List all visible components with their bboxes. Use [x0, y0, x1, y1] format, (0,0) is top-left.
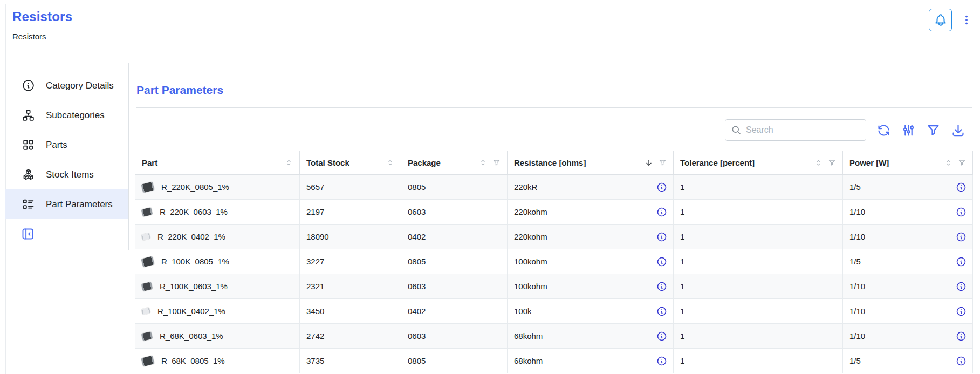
info-icon[interactable]	[956, 232, 967, 242]
part-thumbnail	[141, 181, 154, 193]
info-icon[interactable]	[956, 182, 967, 193]
info-icon[interactable]	[956, 281, 967, 292]
info-icon[interactable]	[956, 331, 967, 342]
info-icon[interactable]	[656, 356, 667, 366]
table-row[interactable]: R_220K_0402_1%180900402220kohm11/10	[135, 225, 973, 249]
resistance-cell-value: 220kohm	[514, 207, 547, 216]
part-name: R_220K_0402_1%	[157, 232, 225, 241]
info-icon[interactable]	[656, 232, 667, 242]
sidebar-item-category-details[interactable]: Category Details	[5, 71, 128, 100]
tolerance-cell-value: 1	[680, 282, 684, 291]
bell-icon	[934, 13, 948, 27]
sidebar-item-label: Stock Items	[46, 169, 94, 180]
category-grid-icon	[22, 138, 35, 152]
sidebar-item-subcategories[interactable]: Subcategories	[5, 100, 128, 130]
sidebar-item-part-parameters[interactable]: Part Parameters	[5, 189, 128, 219]
column-filter-icon[interactable]	[659, 159, 667, 167]
sidebar-item-parts[interactable]: Parts	[5, 130, 128, 160]
total-stock-cell: 3735	[300, 349, 401, 373]
tolerance-cell-value: 1	[680, 307, 684, 316]
package-cell: 0402	[401, 299, 508, 324]
list-details-icon	[22, 198, 35, 211]
table-row[interactable]: R_68K_0805_1%3735080568kohm11/5	[135, 349, 973, 373]
sort-icon[interactable]	[814, 159, 823, 167]
info-icon[interactable]	[656, 306, 667, 317]
dots-vertical-icon	[961, 13, 972, 27]
menu-button[interactable]	[961, 13, 972, 27]
search-input[interactable]	[746, 125, 860, 135]
package-cell: 0603	[401, 274, 508, 299]
power-cell: 1/10	[843, 299, 973, 324]
package-cell-value: 0603	[408, 331, 426, 341]
sort-icon[interactable]	[479, 159, 487, 167]
part-cell: R_100K_0603_1%	[135, 274, 300, 299]
filter-icon	[926, 123, 941, 138]
sidebar-item-stock-items[interactable]: Stock Items	[5, 160, 128, 189]
column-label: Tolerance [percent]	[680, 158, 755, 167]
part-cell: R_220K_0402_1%	[135, 225, 300, 249]
refresh-button[interactable]	[876, 123, 891, 138]
sort-icon[interactable]	[386, 159, 394, 167]
tolerance-cell: 1	[674, 200, 843, 225]
sort-icon[interactable]	[944, 159, 952, 167]
package-cell-value: 0402	[408, 232, 426, 241]
info-icon[interactable]	[656, 331, 667, 342]
column-header-tolerance[interactable]: Tolerance [percent]	[674, 151, 843, 175]
table-row[interactable]: R_100K_0402_1%34500402100k11/10	[135, 299, 973, 324]
table-body: R_220K_0805_1%56570805220kR11/5R_220K_06…	[135, 175, 973, 373]
column-filter-icon[interactable]	[828, 159, 836, 167]
search-box[interactable]	[725, 119, 866, 141]
power-cell: 1/10	[843, 225, 973, 249]
info-icon[interactable]	[956, 256, 967, 267]
power-cell: 1/10	[843, 274, 973, 299]
download-button[interactable]	[951, 123, 965, 138]
column-filter-icon[interactable]	[958, 159, 966, 167]
table-row[interactable]: R_220K_0603_1%21970603220kohm11/10	[135, 200, 973, 225]
column-label: Package	[408, 158, 441, 167]
column-label: Part	[142, 158, 157, 167]
package-cell-value: 0805	[408, 257, 426, 266]
table-row[interactable]: R_100K_0603_1%23210603100kohm11/10	[135, 274, 973, 299]
column-filter-icon[interactable]	[492, 159, 501, 167]
tolerance-cell-value: 1	[680, 182, 684, 192]
package-cell-value: 0603	[408, 207, 426, 216]
table-row[interactable]: R_220K_0805_1%56570805220kR11/5	[135, 175, 973, 200]
info-icon[interactable]	[956, 306, 967, 317]
part-thumbnail	[141, 233, 150, 240]
column-header-power[interactable]: Power [W]	[843, 151, 973, 175]
part-name: R_68K_0603_1%	[160, 331, 223, 341]
info-icon[interactable]	[656, 256, 667, 267]
resistance-cell-value: 100kohm	[514, 282, 547, 291]
column-header-package[interactable]: Package	[401, 151, 508, 175]
sorted-desc-icon[interactable]	[645, 159, 653, 167]
power-cell: 1/10	[843, 324, 973, 349]
resistance-cell: 68kohm	[508, 324, 674, 349]
column-header-part[interactable]: Part	[135, 151, 300, 175]
info-icon[interactable]	[956, 356, 967, 366]
part-name: R_220K_0805_1%	[161, 182, 229, 192]
total-stock-cell-value: 2321	[306, 282, 324, 291]
info-icon[interactable]	[656, 281, 667, 292]
breadcrumb[interactable]: Resistors	[12, 32, 980, 41]
power-cell-value: 1/10	[849, 307, 865, 316]
info-icon[interactable]	[656, 207, 667, 217]
page-title: Resistors	[12, 0, 980, 24]
column-header-resistance[interactable]: Resistance [ohms]	[508, 151, 674, 175]
power-cell: 1/5	[843, 249, 973, 274]
notifications-button[interactable]	[929, 9, 952, 31]
sidebar-collapse-button[interactable]	[20, 227, 35, 241]
column-header-total-stock[interactable]: Total Stock	[300, 151, 401, 175]
total-stock-cell-value: 2197	[306, 207, 324, 216]
sort-icon[interactable]	[285, 159, 293, 167]
info-icon[interactable]	[656, 182, 667, 193]
info-icon[interactable]	[956, 207, 967, 217]
power-cell-value: 1/10	[849, 207, 865, 216]
part-cell: R_100K_0402_1%	[135, 299, 300, 324]
table-row[interactable]: R_100K_0805_1%32270805100kohm11/5	[135, 249, 973, 274]
table-options-button[interactable]	[901, 123, 916, 138]
resistance-cell-value: 220kohm	[514, 232, 547, 241]
part-thumbnail	[141, 355, 154, 366]
table-row[interactable]: R_68K_0603_1%2742060368kohm11/10	[135, 324, 973, 349]
filter-button[interactable]	[926, 123, 941, 138]
tolerance-cell-value: 1	[680, 331, 684, 341]
